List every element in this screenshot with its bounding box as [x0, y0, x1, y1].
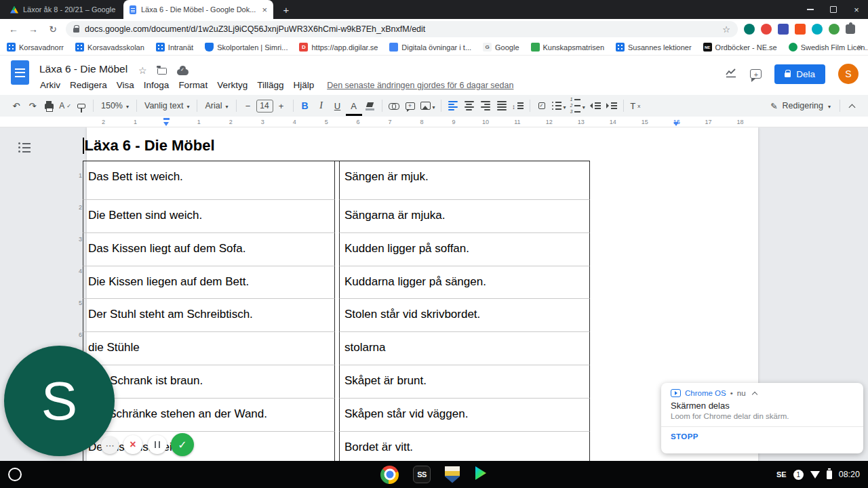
table-cell-swedish[interactable]: Sängen är mjuk.: [339, 161, 590, 200]
table-cell-german[interactable]: Der Tisch ist weiss.: [83, 432, 335, 461]
table-cell-swedish[interactable]: Sängarna är mjuka.: [339, 200, 590, 233]
star-document-icon[interactable]: [138, 65, 147, 76]
stop-sharing-button[interactable]: STOPP: [661, 426, 863, 446]
table-cell-swedish[interactable]: Skåpet är brunt.: [339, 365, 590, 399]
table-cell-german[interactable]: Das Bett ist weich.: [83, 161, 335, 200]
bookmark-item[interactable]: Google: [483, 43, 519, 52]
table-cell-german[interactable]: die Stühle: [83, 332, 335, 365]
account-avatar[interactable]: S: [838, 64, 859, 84]
last-edit-link[interactable]: Den senaste ändringen gjordes för 6 daga…: [327, 81, 513, 90]
menu-item[interactable]: Infoga: [139, 79, 174, 92]
chevron-up-icon[interactable]: [751, 391, 757, 396]
bookmark-item[interactable]: Swedish Film Licen...: [789, 43, 868, 52]
bookmark-item[interactable]: Korsavadnorr: [7, 43, 64, 52]
forward-button[interactable]: [26, 22, 40, 36]
activity-chart-icon[interactable]: [725, 67, 737, 81]
menu-item[interactable]: Verktyg: [212, 79, 252, 92]
horizontal-ruler[interactable]: 21123456789101112131415161718: [0, 117, 868, 127]
clear-formatting-button[interactable]: [627, 98, 644, 114]
decrease-font-size-button[interactable]: [240, 98, 256, 114]
collapse-toolbar-button[interactable]: [844, 98, 860, 114]
bulleted-list-button[interactable]: [550, 98, 568, 114]
extension-icon[interactable]: [795, 24, 806, 35]
menu-item[interactable]: Format: [174, 79, 212, 92]
status-tray[interactable]: SE 1 08:20: [776, 461, 860, 488]
table-cell-swedish[interactable]: Skåpen står vid väggen.: [339, 399, 590, 432]
webcam-bubble[interactable]: S: [4, 346, 115, 456]
add-comment-button[interactable]: [402, 98, 418, 114]
print-button[interactable]: [41, 98, 57, 114]
menu-item[interactable]: Visa: [112, 79, 139, 92]
menu-item[interactable]: Redigera: [65, 79, 112, 92]
bookmarks-overflow-icon[interactable]: [858, 41, 863, 52]
tab-google-drive[interactable]: Läxor åk 8 - 20/21 – Google Driv...: [4, 0, 123, 19]
align-justify-button[interactable]: [494, 98, 510, 114]
increase-font-size-button[interactable]: [273, 98, 290, 114]
window-close-button[interactable]: [852, 5, 861, 14]
first-line-indent-marker[interactable]: [163, 118, 170, 120]
bookmark-item[interactable]: Digitala övningar i t...: [389, 43, 471, 52]
left-indent-marker[interactable]: [163, 122, 169, 126]
menu-item[interactable]: Arkiv: [35, 79, 65, 92]
https-lock-icon[interactable]: [73, 28, 79, 33]
underline-button[interactable]: [330, 98, 346, 114]
tab-close-icon[interactable]: [262, 5, 267, 15]
document-status-cloud-icon[interactable]: [177, 69, 189, 75]
extension-icon[interactable]: [761, 24, 772, 35]
window-maximize-button[interactable]: [829, 5, 838, 14]
reload-button[interactable]: [46, 22, 60, 36]
recorder-finish-button[interactable]: [171, 433, 194, 456]
bookmark-item[interactable]: Intranät: [156, 43, 193, 52]
play-store-app-icon[interactable]: [474, 466, 488, 483]
bookmark-item[interactable]: Kunskapsmatrisen: [531, 43, 605, 52]
back-button[interactable]: [7, 22, 20, 36]
document-heading[interactable]: Läxa 6 - Die Möbel: [83, 137, 215, 155]
table-cell-german[interactable]: Das Kissen liegt auf dem Sofa.: [83, 233, 335, 266]
window-minimize-button[interactable]: [806, 5, 815, 14]
bookmark-item[interactable]: Skolportalen | Simri...: [205, 43, 288, 52]
launcher-button[interactable]: [8, 468, 22, 481]
comments-icon[interactable]: [750, 69, 762, 79]
document-outline-icon[interactable]: [18, 142, 31, 152]
paragraph-style-select[interactable]: Vanlig text: [140, 98, 193, 114]
increase-indent-button[interactable]: [604, 98, 620, 114]
table-cell-german[interactable]: Die Betten sind weich.: [83, 200, 335, 233]
checklist-button[interactable]: [534, 98, 550, 114]
school-crest-app-icon[interactable]: [445, 466, 460, 483]
google-docs-logo-icon[interactable]: [11, 60, 29, 85]
undo-button[interactable]: [8, 98, 24, 114]
highlight-color-button[interactable]: [362, 98, 378, 114]
align-right-button[interactable]: [477, 98, 494, 114]
bookmark-star-icon[interactable]: [722, 24, 730, 35]
numbered-list-button[interactable]: [568, 98, 587, 114]
redo-button[interactable]: [24, 98, 41, 114]
right-indent-marker[interactable]: [673, 122, 679, 126]
insert-image-button[interactable]: [418, 98, 437, 114]
paint-format-button[interactable]: [73, 98, 90, 114]
table-cell-german[interactable]: Der Schrank ist braun.: [83, 365, 335, 399]
recorder-more-options-button[interactable]: [101, 436, 119, 454]
decrease-indent-button[interactable]: [587, 98, 604, 114]
font-size-field[interactable]: 14: [256, 100, 273, 113]
bookmark-item[interactable]: https://app.digilar.se: [299, 43, 378, 52]
extension-icon[interactable]: [778, 24, 789, 35]
chrome-app-icon[interactable]: [380, 466, 399, 484]
address-bar[interactable]: docs.google.com/document/d/1w2uZ3Lj9iCQ5…: [66, 21, 738, 37]
extension-icon[interactable]: [812, 24, 823, 35]
ss-app-icon[interactable]: SS: [413, 466, 431, 483]
line-spacing-button[interactable]: [510, 98, 526, 114]
bookmark-item[interactable]: Korsavadsskolan: [75, 43, 144, 52]
share-button[interactable]: Dela: [774, 64, 825, 84]
tab-google-docs-active[interactable]: Läxa 6 - Die Möbel - Google Dok...: [123, 0, 273, 19]
table-cell-swedish[interactable]: Bordet är vitt.: [339, 432, 590, 461]
new-tab-button[interactable]: [279, 3, 293, 16]
move-to-folder-icon[interactable]: [157, 68, 167, 75]
spellcheck-button[interactable]: [57, 98, 73, 114]
bold-button[interactable]: [297, 98, 313, 114]
extension-icon[interactable]: [744, 24, 755, 35]
table-cell-german[interactable]: Die Kissen liegen auf dem Bett.: [83, 266, 335, 300]
table-cell-swedish[interactable]: stolarna: [339, 332, 590, 365]
recorder-pause-button[interactable]: [148, 435, 167, 454]
menu-item[interactable]: Tillägg: [252, 79, 288, 92]
bookmark-item[interactable]: Susannes lektioner: [616, 43, 692, 52]
